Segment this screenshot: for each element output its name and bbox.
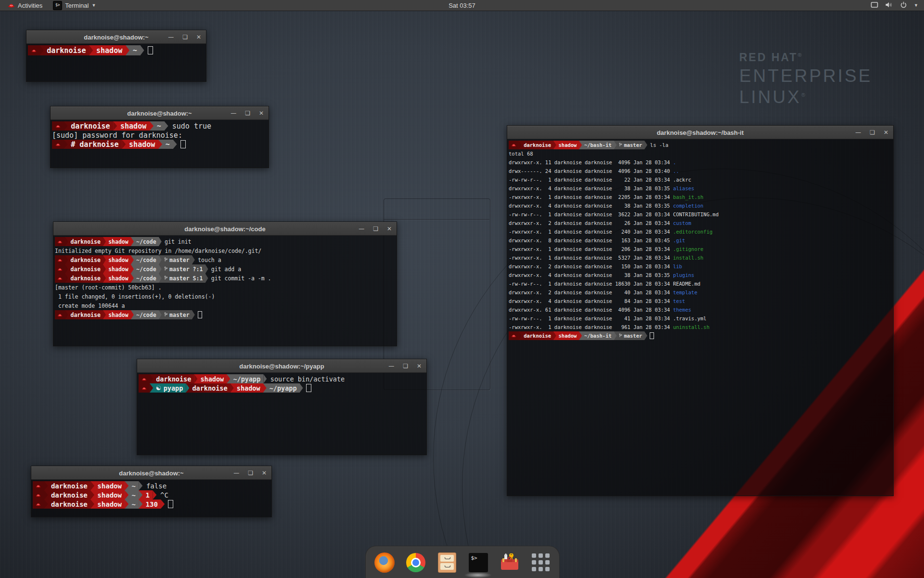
maximize-button[interactable]: ❏ [870, 126, 875, 139]
prompt-line: darknoiseshadow~/pyappsource bin/activat… [139, 374, 425, 383]
powerline-segment-user: darknoise [153, 374, 194, 383]
window-titlebar[interactable]: darknoise@shadow:~/pyapp—❏✕ [137, 359, 426, 373]
powerline-segment-host: shadow [106, 237, 131, 246]
ls-entry-meta: drwxrwxr-x. 8 darknoise darknoise 163 Ja… [509, 237, 673, 243]
ls-entry-name: .. [673, 168, 679, 174]
close-button[interactable]: ✕ [884, 126, 888, 139]
terminal-content[interactable]: darknoiseshadow~falsedarknoiseshadow~1^C… [31, 480, 271, 509]
powerline-segment-path: ~ [128, 490, 139, 499]
ls-entry-name: CONTRIBUTING.md [673, 211, 719, 217]
powerline-segment-host: shadow [94, 499, 125, 509]
powerline-segment-path: ~/pyapp [267, 383, 300, 393]
powerline-segment-path: ~/code [134, 255, 159, 264]
terminal-app-icon: $> [53, 1, 62, 10]
powerline-segment-path: ~/bash-it [582, 331, 614, 340]
close-button[interactable]: ✕ [259, 107, 264, 119]
window-titlebar[interactable]: darknoise@shadow:~/code—❏✕ [53, 222, 397, 236]
minimize-button[interactable]: — [855, 126, 861, 139]
maximize-button[interactable]: ❏ [245, 107, 250, 119]
close-button[interactable]: ✕ [196, 31, 201, 43]
powerline-segment-user: darknoise [44, 45, 90, 55]
maximize-button[interactable]: ❏ [403, 360, 408, 372]
display-icon[interactable] [871, 1, 878, 10]
close-button[interactable]: ✕ [417, 360, 422, 372]
minimize-button[interactable]: — [233, 467, 239, 479]
powerline-segment-user: darknoise [521, 141, 553, 149]
window-titlebar[interactable]: darknoise@shadow:~—❏✕ [31, 466, 271, 480]
volume-icon[interactable] [885, 1, 893, 10]
minimize-button[interactable]: — [168, 31, 174, 43]
power-icon[interactable] [900, 1, 907, 10]
output-line: -rwxrwxr-x. 1 darknoise darknoise 961 Ja… [509, 323, 892, 331]
ls-entry-meta: drwxrwxr-x. 11 darknoise darknoise 4096 … [509, 159, 673, 165]
dock-item-toolbox[interactable] [499, 552, 520, 573]
powerline-segment-path: ~/code [134, 264, 159, 274]
dock-item-files[interactable] [436, 552, 458, 573]
powerline-separator [263, 383, 267, 393]
chevron-down-icon[interactable]: ▼ [914, 3, 918, 8]
terminal-content[interactable]: darknoiseshadow~/bash-itmasterls -latota… [507, 139, 893, 340]
ls-entry-name: .editorconfig [673, 229, 712, 235]
maximize-button[interactable]: ❏ [248, 467, 253, 479]
ls-entry-name: install.sh [673, 255, 703, 261]
powerline-separator [44, 481, 48, 490]
minimize-button[interactable]: — [388, 360, 394, 372]
window-titlebar[interactable]: darknoise@shadow:~—❏✕ [51, 106, 269, 120]
close-button[interactable]: ✕ [387, 223, 392, 235]
activities-button[interactable]: Activities [4, 0, 46, 11]
command-text: touch a [195, 257, 221, 263]
app-menu[interactable]: $> Terminal ▼ [49, 0, 100, 11]
powerline-segment-host: shadow [556, 331, 579, 340]
ls-entry-name: README.md [673, 281, 700, 287]
powerline-segment-host: shadow [234, 383, 263, 393]
dock: $> [365, 546, 560, 578]
terminal-content[interactable]: darknoiseshadow~/pyappsource bin/activat… [137, 373, 426, 393]
maximize-button[interactable]: ❏ [373, 223, 378, 235]
logo-line3: LINUX [739, 87, 801, 107]
window-titlebar[interactable]: darknoise@shadow:~/bash-it—❏✕ [507, 126, 893, 139]
output-line: drwxrwxr-x. 2 darknoise darknoise 40 Jan… [509, 288, 892, 297]
terminal-content[interactable]: darknoiseshadow~sudo true[sudo] password… [51, 120, 269, 149]
powerline-separator [161, 499, 165, 509]
powerline-separator [40, 45, 44, 55]
command-text: false [142, 482, 167, 490]
powerline-separator [64, 121, 68, 131]
ls-entry-meta: -rw-rw-r--. 1 darknoise darknoise 3622 J… [509, 211, 673, 217]
prompt-line: darknoiseshadow~130 [33, 499, 270, 509]
powerline-segment-stub [55, 237, 65, 246]
dock-item-terminal[interactable]: $> [468, 552, 489, 573]
minimize-button[interactable]: — [231, 107, 236, 119]
powerline-segment-user: darknoise [68, 237, 103, 246]
redhat-icon [8, 2, 15, 9]
output-line: drwxrwxr-x. 11 darknoise darknoise 4096 … [509, 158, 892, 167]
maximize-button[interactable]: ❏ [182, 31, 188, 43]
command-text: ls -la [647, 142, 668, 148]
dock-item-firefox[interactable] [374, 552, 395, 573]
ls-entry-meta: -rwxrwxr-x. 1 darknoise darknoise 206 Ja… [509, 246, 673, 252]
clock[interactable]: Sat 03:57 [449, 2, 475, 9]
ls-entry-name: template [673, 289, 697, 295]
minimize-button[interactable]: — [359, 223, 364, 235]
powerline-segment-host: shadow [106, 255, 131, 264]
output-line: drwxrwxr-x. 2 darknoise darknoise 26 Jan… [509, 219, 892, 227]
window-titlebar[interactable]: darknoise@shadow:~—❏✕ [26, 30, 206, 44]
terminal-content[interactable]: darknoiseshadow~/codegit initInitialized… [53, 236, 397, 319]
powerline-separator [165, 121, 168, 131]
git-branch-icon [164, 276, 167, 280]
powerline-segment-git: master [617, 331, 645, 340]
powerline-separator [141, 45, 144, 55]
terminal-cursor [650, 332, 654, 339]
powerline-segment-host: shadow [106, 264, 131, 274]
terminal-content[interactable]: darknoiseshadow~ [26, 44, 206, 55]
top-bar: Activities $> Terminal ▼ Sat 03:57 ▼ [0, 0, 924, 11]
close-button[interactable]: ✕ [262, 467, 267, 479]
output-line: drwxrwxr-x. 8 darknoise darknoise 163 Ja… [509, 236, 892, 245]
terminal-cursor [148, 46, 153, 55]
prompt-line: darknoiseshadow~sudo true [52, 121, 268, 131]
powerline-segment-exit: 1 [142, 490, 153, 499]
powerline-segment-user: darknoise [68, 274, 103, 283]
terminal-window-w5: darknoise@shadow:~—❏✕darknoiseshadow~fal… [31, 466, 272, 517]
output-text: create mode 100644 a [55, 302, 125, 309]
dock-item-chrome[interactable] [405, 552, 426, 573]
dock-item-app-grid[interactable] [530, 552, 552, 573]
